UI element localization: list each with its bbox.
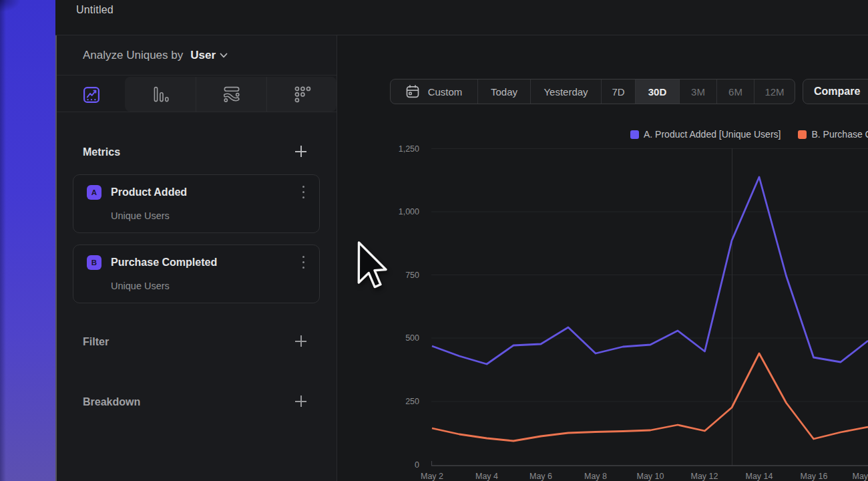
svg-text:May 4: May 4 [475,472,498,481]
svg-text:May 10: May 10 [637,472,664,481]
svg-text:250: 250 [405,397,419,406]
svg-text:May 6: May 6 [529,472,552,481]
svg-text:May 8: May 8 [584,472,607,481]
svg-text:750: 750 [405,271,419,280]
svg-text:May 14: May 14 [746,472,773,481]
svg-text:0: 0 [415,460,419,470]
svg-text:May 2: May 2 [421,472,443,481]
svg-text:1,250: 1,250 [399,144,419,154]
svg-text:May 16: May 16 [801,472,828,481]
svg-text:May 18: May 18 [853,472,868,481]
svg-text:500: 500 [405,333,419,343]
svg-text:1,000: 1,000 [399,207,419,216]
svg-text:May 12: May 12 [691,472,718,481]
